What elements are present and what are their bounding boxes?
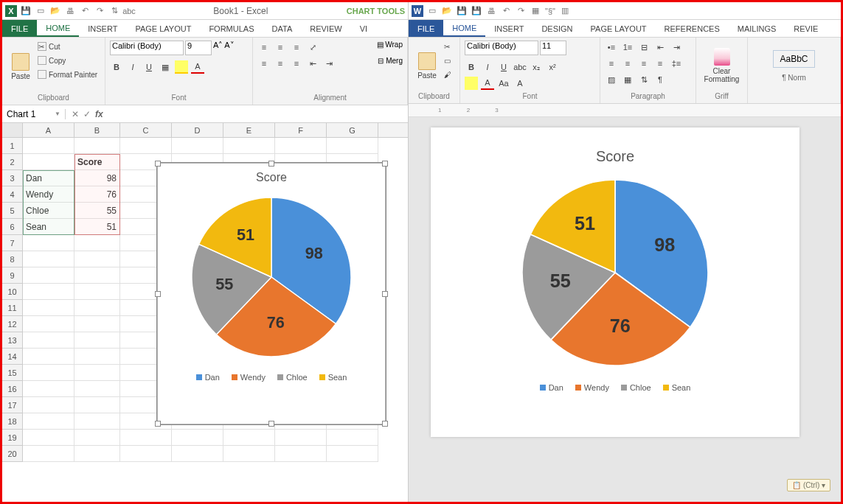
- word-canvas[interactable]: Score 98765551 DanWendyChloeSean 📋 (Ctrl…: [409, 117, 841, 502]
- cell[interactable]: [74, 430, 120, 446]
- indent-dec-button[interactable]: ⇤: [653, 41, 667, 54]
- select-all-corner[interactable]: [2, 123, 23, 137]
- cancel-formula-icon[interactable]: ✕: [72, 109, 79, 119]
- row-header[interactable]: 17: [2, 397, 23, 413]
- font-name-select[interactable]: Calibri (Body): [110, 41, 184, 55]
- cell[interactable]: [23, 397, 74, 413]
- cell[interactable]: [120, 446, 172, 462]
- row-header[interactable]: 12: [2, 316, 23, 332]
- row-header[interactable]: 7: [2, 235, 23, 251]
- cell[interactable]: [172, 430, 223, 446]
- bold-button[interactable]: B: [110, 60, 123, 74]
- tab-page-layout[interactable]: PAGE LAYOUT: [126, 20, 200, 37]
- col-header[interactable]: A: [23, 123, 74, 137]
- copy-button[interactable]: ▭: [444, 55, 451, 66]
- align-center-button[interactable]: ≡: [621, 57, 634, 70]
- cell[interactable]: [23, 413, 74, 430]
- line-spacing-button[interactable]: ‡≡: [670, 57, 683, 70]
- tab-home[interactable]: HOME: [443, 20, 485, 37]
- cell[interactable]: [74, 332, 120, 349]
- cell[interactable]: [172, 446, 223, 462]
- cell[interactable]: [23, 235, 74, 251]
- cell[interactable]: [23, 154, 74, 170]
- highlight-button[interactable]: [465, 77, 478, 90]
- italic-button[interactable]: I: [481, 60, 494, 74]
- cell[interactable]: [23, 430, 74, 446]
- merge-button[interactable]: ⊟ Merg: [378, 57, 403, 70]
- tab-home[interactable]: HOME: [37, 20, 79, 37]
- save-icon[interactable]: 💾: [456, 5, 468, 17]
- tab-mailings[interactable]: MAILINGS: [729, 20, 785, 37]
- tab-file[interactable]: FILE: [2, 20, 37, 37]
- tab-design[interactable]: DESIGN: [532, 20, 581, 37]
- cell[interactable]: 76: [74, 186, 120, 203]
- sort-button[interactable]: ⇅: [637, 73, 651, 86]
- fx-icon[interactable]: fx: [95, 109, 103, 119]
- legend-item[interactable]: Chloe: [621, 383, 651, 392]
- orientation-icon[interactable]: ⤢: [306, 41, 319, 54]
- undo-icon[interactable]: ↶: [500, 5, 512, 17]
- font-color-button[interactable]: A: [481, 77, 494, 90]
- save-all-icon[interactable]: 💾: [471, 5, 482, 17]
- col-header[interactable]: F: [275, 123, 327, 137]
- cell[interactable]: [74, 381, 120, 397]
- shading-button[interactable]: ▨: [605, 73, 618, 86]
- tab-review[interactable]: REVIE: [785, 20, 827, 37]
- cell[interactable]: [23, 349, 74, 365]
- cell[interactable]: Wendy: [23, 186, 74, 203]
- underline-button[interactable]: U: [497, 60, 510, 74]
- cell[interactable]: [275, 430, 327, 446]
- legend-item[interactable]: Dan: [196, 373, 220, 382]
- cell[interactable]: [120, 430, 172, 446]
- new-icon[interactable]: ▭: [35, 5, 46, 17]
- justify-button[interactable]: ≡: [653, 57, 667, 70]
- underline-button[interactable]: U: [142, 60, 156, 74]
- cell[interactable]: Sean: [23, 219, 74, 235]
- row-header[interactable]: 20: [2, 446, 23, 462]
- cell[interactable]: [74, 300, 120, 316]
- name-box[interactable]: Chart 1▼: [2, 109, 66, 119]
- row-header[interactable]: 13: [2, 332, 23, 349]
- legend-item[interactable]: Dan: [540, 383, 563, 392]
- cell[interactable]: [74, 251, 120, 267]
- cell[interactable]: Chloe: [23, 203, 74, 219]
- cell[interactable]: [23, 138, 74, 154]
- align-top-icon[interactable]: ≡: [257, 41, 271, 54]
- cell[interactable]: [23, 300, 74, 316]
- row-header[interactable]: 11: [2, 300, 23, 316]
- font-color-button[interactable]: A: [191, 60, 204, 74]
- format-painter-button[interactable]: 🖌: [444, 69, 451, 80]
- embedded-chart[interactable]: Score 98765551 DanWendyChloeSean: [157, 163, 386, 424]
- row-header[interactable]: 2: [2, 154, 23, 170]
- fill-color-button[interactable]: [175, 60, 188, 74]
- cell[interactable]: [74, 349, 120, 365]
- subscript-button[interactable]: x₂: [530, 60, 543, 74]
- cell[interactable]: [23, 332, 74, 349]
- enter-formula-icon[interactable]: ✓: [83, 109, 91, 119]
- paste-options-smarttag[interactable]: 📋 (Ctrl) ▾: [787, 479, 830, 491]
- numbering-button[interactable]: 1≡: [621, 41, 634, 54]
- bullets-button[interactable]: •≡: [605, 41, 618, 54]
- chart-legend[interactable]: DanWendyChloeSean: [158, 365, 385, 388]
- chart-title[interactable]: Score: [158, 164, 385, 189]
- cell[interactable]: [23, 316, 74, 332]
- cell[interactable]: [23, 251, 74, 267]
- open-icon[interactable]: 📂: [441, 5, 453, 17]
- cell[interactable]: [23, 267, 74, 284]
- cell[interactable]: [23, 365, 74, 381]
- align-mid-icon[interactable]: ≡: [274, 41, 287, 54]
- cell[interactable]: [23, 284, 74, 300]
- cut-button[interactable]: ✂: [444, 41, 451, 52]
- redo-icon[interactable]: ↷: [515, 5, 527, 17]
- legend-item[interactable]: Sean: [663, 383, 691, 392]
- shrink-font-icon[interactable]: A˅: [224, 41, 234, 55]
- multilevel-button[interactable]: ⊟: [637, 41, 651, 54]
- legend-item[interactable]: Wendy: [232, 373, 266, 382]
- cell[interactable]: [74, 397, 120, 413]
- bold-button[interactable]: B: [465, 60, 478, 74]
- col-header[interactable]: G: [327, 123, 378, 137]
- legend-item[interactable]: Chloe: [277, 373, 308, 382]
- row-header[interactable]: 18: [2, 413, 23, 430]
- grow-font-icon[interactable]: A˄: [213, 41, 223, 55]
- legend-item[interactable]: Sean: [319, 373, 347, 382]
